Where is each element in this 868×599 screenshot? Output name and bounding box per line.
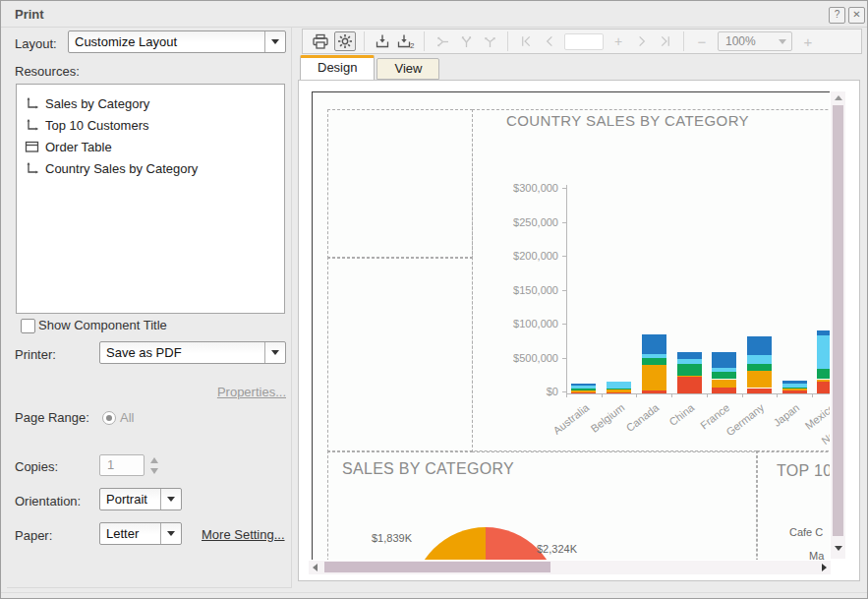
resource-label: Order Table [45, 140, 112, 154]
page-range-all-label: All [120, 410, 134, 425]
prev-page-button [538, 30, 561, 52]
bar-segment-orange [712, 380, 736, 388]
x-tick-mark [777, 393, 778, 397]
chevron-down-icon[interactable] [264, 342, 285, 363]
y-tick-mark [562, 290, 566, 291]
horizontal-scrollbar-thumb[interactable] [324, 562, 550, 572]
tab-view[interactable]: View [376, 58, 439, 80]
bar-segment-orange [782, 389, 807, 390]
export-button[interactable] [371, 30, 394, 52]
bar-segment-red [677, 377, 702, 393]
properties-link[interactable]: Properties... [198, 385, 286, 399]
page-range-label: Page Range: [15, 410, 89, 425]
sales-chart-title: SALES BY CATEGORY [342, 460, 514, 478]
bar-segment-red [817, 382, 830, 393]
page-setup-button[interactable] [334, 31, 356, 51]
x-tick-mark [707, 393, 708, 397]
bar-segment-red [607, 392, 631, 393]
resource-item[interactable]: Sales by Category [17, 92, 284, 114]
resource-item[interactable]: Top 10 Customers [17, 114, 284, 136]
copies-increment-icon[interactable] [150, 457, 158, 463]
print-button[interactable] [309, 30, 332, 52]
bar-segment-blue [571, 384, 596, 386]
chart-axis-icon [25, 161, 40, 176]
bar-segment-green [817, 369, 830, 379]
resource-label: Top 10 Customers [45, 118, 149, 133]
y-tick-label: $100,000 [499, 318, 558, 329]
bar-segment-lightblue [817, 335, 830, 369]
bar-segment-orange [642, 365, 666, 390]
chevron-down-icon[interactable] [160, 489, 181, 509]
orientation-value: Portrait [100, 492, 160, 507]
bar-segment-blue [677, 352, 702, 359]
copies-decrement-icon[interactable] [150, 468, 158, 474]
top10-category-label: Ma [809, 550, 824, 560]
bar-segment-green [607, 389, 631, 389]
chart-axis-icon [25, 118, 40, 133]
bar-segment-blue [747, 336, 772, 355]
y-tick-label: $250,000 [499, 216, 558, 228]
bar-segment-green [677, 364, 702, 376]
first-page-button [514, 30, 538, 52]
resource-item[interactable]: Order Table [17, 136, 284, 157]
page-number-input[interactable] [564, 33, 604, 50]
vertical-scrollbar-thumb[interactable] [833, 105, 843, 536]
layout-label: Layout: [15, 36, 57, 51]
layout-select[interactable]: Customize Layout [68, 30, 286, 53]
scroll-down-icon[interactable] [835, 546, 842, 551]
x-axis-line [566, 393, 830, 394]
x-tick-mark [602, 393, 603, 397]
table-icon [25, 140, 40, 154]
scroll-left-icon[interactable] [313, 564, 318, 571]
show-component-title-checkbox[interactable] [21, 319, 35, 333]
more-settings-link[interactable]: More Setting... [202, 527, 285, 542]
bar-segment-green [747, 364, 772, 371]
bar-segment-lightblue [642, 354, 666, 358]
layout-value: Customize Layout [69, 34, 264, 49]
copies-input[interactable]: 1 [99, 454, 145, 476]
resource-label: Country Sales by Category [45, 161, 198, 176]
zoom-in-button: + [796, 30, 820, 52]
dialog-title: Print [15, 7, 44, 22]
paper-select[interactable]: Letter [99, 522, 182, 545]
printer-value: Save as PDF [100, 345, 264, 360]
zoom-select[interactable]: 100% [718, 31, 792, 51]
orientation-select[interactable]: Portrait [99, 488, 182, 510]
chevron-down-icon[interactable] [774, 39, 791, 44]
chart-axis-icon [25, 96, 40, 111]
bar-segment-lightblue [607, 382, 631, 389]
y-tick-label: $0 [499, 386, 558, 397]
preview-tabs: Design View [300, 55, 441, 80]
tab-design[interactable]: Design [300, 55, 375, 80]
scroll-right-icon[interactable] [822, 564, 827, 571]
y-tick-label: $300,000 [499, 182, 558, 194]
merge-left-icon [431, 30, 454, 52]
preview-toolbar: 2+−100%+ [302, 29, 862, 54]
country-sales-bar-chart: $300,000$250,000$200,000$150,000$100,000… [313, 92, 830, 560]
bar-segment-orange [607, 389, 631, 392]
x-tick-mark [566, 393, 567, 397]
chevron-down-icon[interactable] [264, 31, 285, 52]
y-tick-mark [562, 324, 566, 325]
printer-select[interactable]: Save as PDF [99, 341, 286, 364]
horizontal-scrollbar[interactable] [309, 561, 831, 574]
chevron-down-icon[interactable] [160, 523, 181, 544]
scroll-up-icon[interactable] [835, 95, 842, 100]
bar-segment-lightblue [747, 355, 772, 364]
preview-tab-content: COUNTRY SALES BY CATEGORY $300,000$250,0… [298, 80, 860, 581]
export-all-button[interactable]: 2 [394, 30, 418, 52]
vertical-scrollbar[interactable] [831, 91, 845, 559]
resources-list[interactable]: Sales by CategoryTop 10 CustomersOrder T… [16, 84, 285, 314]
y-tick-label: $150,000 [499, 284, 558, 296]
resource-item[interactable]: Country Sales by Category [17, 157, 284, 179]
y-tick-label: $500,000 [499, 352, 558, 364]
bar-segment-blue [642, 334, 666, 354]
y-axis-line [566, 185, 567, 393]
bar-segment-green [571, 389, 596, 389]
zoom-value: 100% [719, 34, 774, 48]
page-range-all-radio[interactable] [102, 411, 116, 425]
zoom-out-button: − [690, 30, 714, 52]
x-tick-mark [636, 393, 637, 397]
bar-segment-orange [571, 390, 596, 392]
bar-segment-orange [677, 376, 702, 377]
